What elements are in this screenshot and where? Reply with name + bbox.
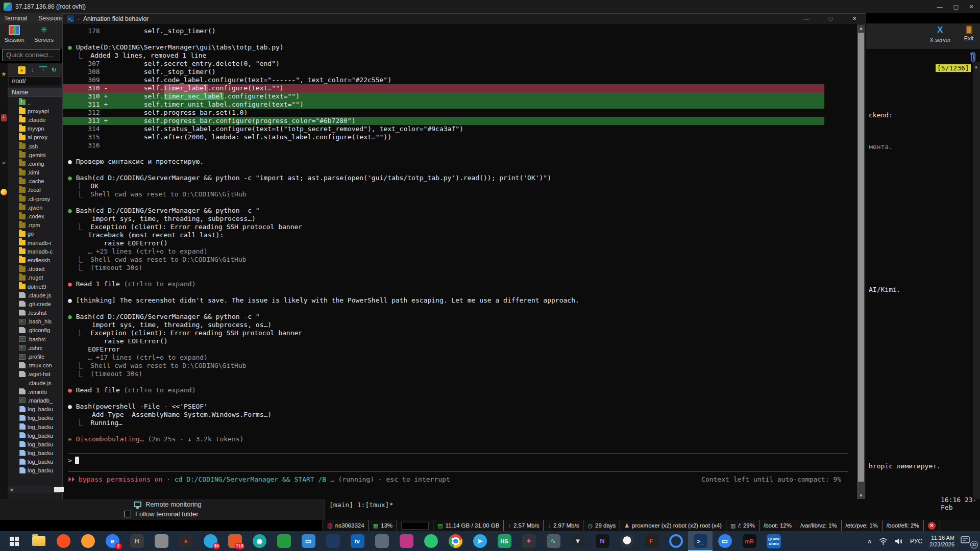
menu-sessions[interactable]: Sessions	[38, 15, 63, 22]
file-row[interactable]: .config	[8, 159, 62, 168]
terminal-prompt[interactable]: >	[68, 457, 79, 464]
taskbar-n-purple-app[interactable]: N	[590, 531, 615, 551]
taskbar-edge-browser[interactable]: e2	[100, 531, 125, 551]
follow-terminal-folder-option[interactable]: Follow terminal folder	[125, 510, 199, 518]
taskbar-green-app[interactable]	[272, 531, 296, 551]
file-row[interactable]: proxyapi	[8, 107, 62, 115]
tray-clock[interactable]: 11:16 AM 2/23/2026	[929, 535, 954, 548]
file-row[interactable]: .nuget	[8, 273, 62, 282]
file-row[interactable]: .gitconfig	[8, 326, 62, 335]
taskbar-browser-orange[interactable]: 715	[223, 531, 247, 551]
taskbar-quick-utmo-app[interactable]: Quick utmo	[762, 531, 786, 551]
file-row[interactable]: ..	[8, 98, 62, 107]
file-row[interactable]: .zshrc	[8, 343, 62, 352]
upload-button[interactable]: ↑	[39, 66, 47, 74]
file-row[interactable]: log_backu	[8, 414, 62, 422]
sidebar-tab-sftp[interactable]	[0, 189, 8, 224]
language-indicator[interactable]: РУС	[910, 538, 922, 545]
taskbar-system-app[interactable]	[149, 531, 174, 551]
file-row[interactable]: .npm	[8, 221, 62, 230]
servers-button[interactable]: ✳ Servers	[30, 25, 58, 43]
terminal-scrollbar[interactable]: ▲ ▼	[857, 24, 865, 499]
taskbar-tv-app[interactable]: tv	[345, 531, 370, 551]
x-server-button[interactable]: X X server	[926, 25, 954, 43]
scrollbar-down-icon[interactable]: ▼	[859, 493, 863, 498]
file-row[interactable]: log_backu	[8, 458, 62, 466]
file-row[interactable]: endlessh	[8, 256, 62, 264]
file-row[interactable]: log_backu	[8, 440, 62, 448]
taskbar-mail-app[interactable]: 30	[198, 531, 223, 551]
taskbar-powershell-terminal[interactable]: >_	[688, 531, 713, 551]
file-row[interactable]: .git-crede	[8, 299, 62, 308]
file-row[interactable]: .codex	[8, 212, 62, 220]
file-row[interactable]: log_backu	[8, 431, 62, 440]
volume-icon[interactable]	[895, 538, 903, 545]
download-button[interactable]: ↓	[29, 66, 36, 74]
file-row[interactable]: .claude.js	[8, 291, 62, 299]
file-row[interactable]: .gemini	[8, 151, 62, 159]
file-row[interactable]: log_backu	[8, 405, 62, 414]
exit-button[interactable]: Exit	[959, 25, 979, 41]
file-row[interactable]: go	[8, 230, 62, 238]
file-row[interactable]: mariadb-i	[8, 238, 62, 247]
sidebar-tab-tools[interactable]	[0, 114, 8, 150]
session-button[interactable]: Session	[0, 25, 29, 43]
file-row[interactable]: .bashrc	[8, 335, 62, 343]
file-row[interactable]: .mariadb_	[8, 396, 62, 405]
folder-up-button[interactable]: ▲	[18, 66, 26, 74]
terminal-scrollbar-thumb[interactable]	[858, 33, 864, 482]
taskbar-github-desktop[interactable]	[615, 531, 639, 551]
wifi-icon[interactable]	[879, 538, 888, 545]
taskbar-paint-app[interactable]: ✦	[517, 531, 541, 551]
taskbar-start-button[interactable]	[2, 531, 27, 551]
moba-close-button[interactable]: ✕	[964, 3, 979, 11]
taskbar-remote-monitor-app[interactable]: ▭	[713, 531, 737, 551]
status-close-button[interactable]: ✕	[928, 522, 936, 530]
file-row[interactable]: mariadb-c	[8, 247, 62, 256]
file-list-name-header[interactable]: Name	[8, 88, 62, 97]
taskbar-green-circle-app[interactable]	[419, 531, 443, 551]
taskbar-file-explorer[interactable]	[27, 531, 51, 551]
terminal-close-button[interactable]: ✕	[843, 14, 866, 24]
refresh-button[interactable]: ↻	[50, 66, 58, 74]
moba-minimize-button[interactable]: —	[932, 3, 947, 11]
sftp-horizontal-scrollbar[interactable]: ◄	[8, 486, 62, 493]
taskbar-navy-app[interactable]	[321, 531, 345, 551]
background-terminal-scrollbar[interactable]	[973, 62, 980, 499]
taskbar-chrome-browser[interactable]	[443, 531, 468, 551]
file-row[interactable]: .viminfo	[8, 387, 62, 396]
file-row[interactable]: .kimi	[8, 168, 62, 177]
taskbar-firefox-browser[interactable]	[76, 531, 100, 551]
moba-maximize-button[interactable]: ▢	[948, 3, 964, 11]
file-row[interactable]: .lesshst	[8, 309, 62, 317]
taskbar-app-h[interactable]: H	[125, 531, 149, 551]
file-row[interactable]: myvpn	[8, 124, 62, 133]
file-row[interactable]: log_backu	[8, 422, 62, 431]
tray-chevron-icon[interactable]: ∧	[867, 538, 872, 545]
file-row[interactable]: dotnet9	[8, 282, 62, 291]
taskbar-ring-app[interactable]	[664, 531, 688, 551]
sftp-path-input[interactable]: /root/	[9, 77, 61, 86]
scrollbar-up-icon[interactable]: ▲	[859, 26, 863, 31]
taskbar-figma-app[interactable]: F	[639, 531, 664, 551]
terminal-minimize-button[interactable]: —	[795, 14, 818, 24]
notification-center-button[interactable]: 32	[961, 536, 976, 546]
taskbar-brave-browser[interactable]	[51, 531, 76, 551]
taskbar-remote-desktop[interactable]: ▭	[296, 531, 321, 551]
taskbar-pink-app[interactable]	[394, 531, 419, 551]
status-cell-close[interactable]: ✕	[923, 520, 940, 531]
sidebar-tab-favorites[interactable]: ★	[0, 70, 8, 106]
taskbar-steel-app[interactable]	[370, 531, 394, 551]
file-row[interactable]: .qwen	[8, 203, 62, 212]
quick-connect-input[interactable]: Quick connect...	[2, 49, 60, 61]
taskbar-telegram-app[interactable]: ➤	[468, 531, 492, 551]
taskbar-mremoteng-app[interactable]: mR	[737, 531, 762, 551]
file-row[interactable]: .wget-hst	[8, 370, 62, 379]
terminal-titlebar[interactable]: >_ · Animation field behavior — □ ✕	[63, 14, 866, 24]
file-row[interactable]: ai-proxy-	[8, 133, 62, 142]
file-row[interactable]: .cli-proxy	[8, 194, 62, 203]
file-row[interactable]: log_backu	[8, 449, 62, 458]
file-row[interactable]: .profile	[8, 352, 62, 361]
file-row[interactable]: .ssh	[8, 142, 62, 151]
remote-monitoring-option[interactable]: Remote monitoring	[134, 500, 202, 508]
